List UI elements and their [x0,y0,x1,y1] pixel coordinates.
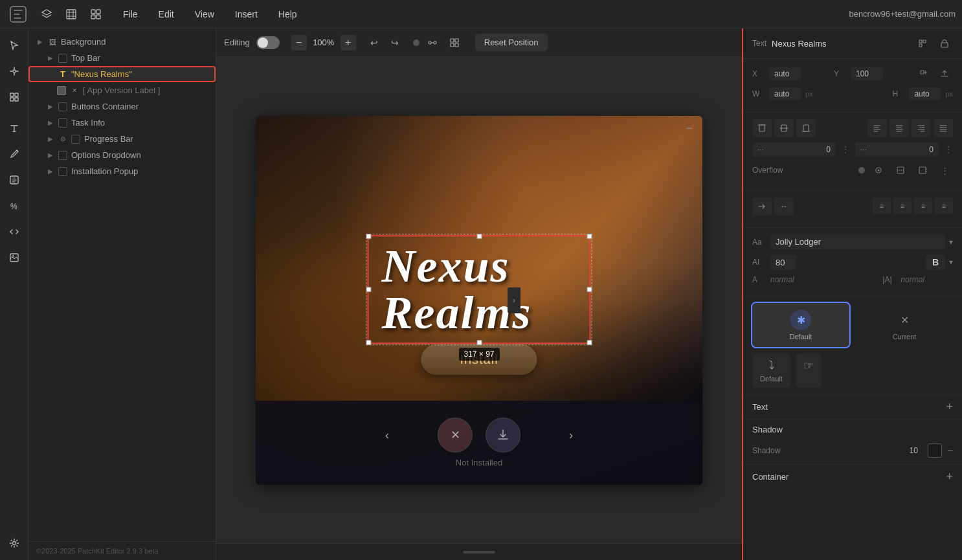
undo-button[interactable]: ↩ [365,34,383,52]
nav-download-button[interactable] [486,418,520,453]
text-center-align[interactable]: ≡ [893,197,912,214]
editing-toggle[interactable] [256,36,280,49]
menu-edit[interactable]: Edit [155,6,178,22]
layer-visibility[interactable] [58,54,67,63]
layer-visibility[interactable] [57,86,66,95]
action-hand-button[interactable]: ☞ [796,353,822,388]
layer-visibility[interactable] [58,151,67,160]
direction-ltr-button[interactable] [752,197,772,216]
text-right-align[interactable]: ≡ [914,197,932,214]
resize-handle-mr[interactable] [587,287,592,292]
action-default-button[interactable]: ⤵ Default [752,353,790,388]
text-align-justify-button[interactable] [934,119,953,137]
settings-tool[interactable] [3,532,26,555]
align-bottom-button[interactable] [796,119,816,137]
h-value[interactable]: auto [909,87,941,100]
bold-dropdown-icon[interactable]: ▾ [949,258,953,267]
pan-tool[interactable] [3,60,26,83]
reset-position-button[interactable]: Reset Position [475,34,548,51]
container-section-add-button[interactable]: + [946,470,953,484]
layer-installation-popup[interactable]: ▶ Installation Popup [28,163,216,179]
text-left-align[interactable]: ≡ [873,197,891,214]
layer-nexus-realms[interactable]: ▶ T "Nexus Realms" [28,66,216,82]
dot-control-1[interactable] [413,39,419,46]
layer-task-info[interactable]: ▶ Task Info [28,115,216,131]
y-value[interactable]: 100 [851,67,883,80]
frames-icon[interactable] [61,4,82,25]
w-value[interactable]: auto [769,87,801,100]
frame-tool[interactable] [3,85,26,109]
resize-handle-bm[interactable] [476,340,482,345]
app-logo[interactable] [6,3,30,26]
selected-text-element[interactable]: Nexus Realms 317 × 97 [368,235,591,344]
snap-icon[interactable] [423,34,442,52]
code-tool[interactable] [3,220,26,243]
overflow-visible-icon[interactable] [870,162,887,179]
shape-tool[interactable] [3,168,26,192]
nav-next-button[interactable]: › [559,423,583,447]
zoom-out-button[interactable]: − [291,35,307,50]
text-align-left-button[interactable] [867,119,887,137]
text-align-right-button[interactable] [912,119,931,137]
font-size-value[interactable]: 80 [770,255,796,270]
panel-collapse-button[interactable]: › [508,287,520,313]
canvas-area[interactable]: Nexus Realms 317 × 97 Install [216,57,742,543]
padding-left-input[interactable]: ··· 0 [752,142,836,157]
draw-tool[interactable] [3,142,26,166]
select-tool[interactable] [3,34,26,57]
resize-handle-bl[interactable] [366,340,372,345]
shadow-value[interactable]: 10 [910,446,923,455]
layer-visibility[interactable] [71,135,80,144]
overflow-hidden-icon[interactable] [892,162,909,179]
canvas-close-button[interactable]: − [682,121,697,137]
menu-help[interactable]: Help [274,6,301,22]
resize-handle-tm[interactable] [476,234,482,239]
state-default-button[interactable]: ✱ Default [752,303,849,347]
overflow-dot[interactable] [858,167,865,174]
padding-right-input[interactable]: ··· 0 [855,142,939,157]
resize-handle-tr[interactable] [587,234,592,239]
resize-handle-tl[interactable] [366,234,372,239]
menu-view[interactable]: View [191,6,218,22]
text-align-center-button[interactable] [889,119,909,137]
rp-lock-icon[interactable] [936,35,953,52]
layer-visibility[interactable] [58,102,67,111]
layer-version-label[interactable]: ✕ [ App Version Label ] [28,82,216,98]
resize-handle-ml[interactable] [366,287,372,292]
resize-handle-br[interactable] [587,340,592,345]
padding-right-more-icon[interactable]: ⋮ [944,144,953,155]
image-tool[interactable] [3,246,26,269]
zoom-in-button[interactable]: + [341,35,356,50]
container-section-header[interactable]: Container + [743,465,962,489]
overflow-more-icon[interactable]: ⋮ [936,162,953,179]
rp-upload-icon[interactable] [936,65,953,82]
percent-tool[interactable]: % [3,194,26,218]
layer-visibility[interactable] [58,167,67,176]
layer-background[interactable]: ▶ 🖼 Background [28,34,216,50]
align-top-button[interactable] [752,119,772,137]
rp-corner-ref-icon[interactable] [915,65,932,82]
direction-lr-button[interactable]: ↔ [774,197,794,216]
components-icon[interactable] [85,4,106,25]
shadow-remove-button[interactable]: − [947,445,953,456]
redo-button[interactable]: ↪ [386,34,404,52]
nav-close-button[interactable]: ✕ [438,418,473,453]
text-justify-align[interactable]: ≡ [935,197,953,214]
font-dropdown-icon[interactable]: ▾ [949,238,953,247]
layer-visibility[interactable] [58,118,67,128]
bottom-drag-handle[interactable] [463,551,495,554]
menu-file[interactable]: File [119,6,142,22]
layer-topbar[interactable]: ▶ Top Bar [28,50,216,66]
grid-icon[interactable] [445,34,464,52]
overflow-scroll-icon[interactable] [914,162,931,179]
layer-progress-bar[interactable]: ▶ ⊙ Progress Bar [28,131,216,147]
x-value[interactable]: auto [769,67,801,80]
layer-options-dropdown[interactable]: ▶ Options Dropdown [28,147,216,163]
layers-icon[interactable] [36,4,57,25]
text-section-add-button[interactable]: + [946,400,953,414]
layer-buttons-container[interactable]: ▶ Buttons Container [28,98,216,115]
text-tool[interactable] [3,117,26,140]
padding-more-icon[interactable]: ⋮ [841,144,850,155]
state-current-button[interactable]: ✕ Current [856,303,953,347]
align-middle-button[interactable] [774,119,794,137]
